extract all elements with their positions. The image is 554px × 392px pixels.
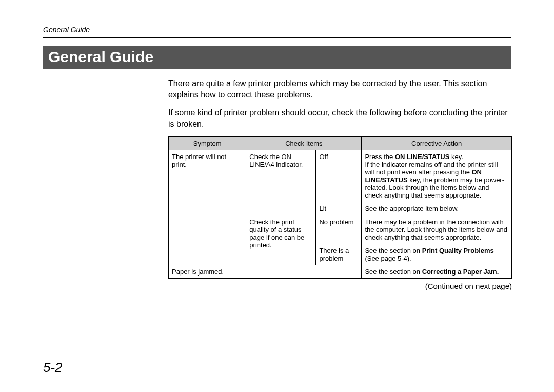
intro-paragraph-2: If some kind of printer problem should o… (168, 107, 511, 129)
table-row: The printer will not print. Check the ON… (169, 150, 512, 202)
page-number: 5-2 (43, 360, 63, 376)
bold-text: Print Quality Problems (422, 247, 494, 254)
cell-symptom: Paper is jammed. (169, 265, 246, 279)
header-rule (43, 37, 511, 38)
cell-action: See the section on Print Quality Problem… (362, 244, 512, 265)
th-check-items: Check Items (246, 137, 362, 150)
text: See the section on (365, 247, 422, 254)
cell-state: Lit (316, 202, 362, 215)
table-row: Paper is jammed. See the section on Corr… (169, 265, 512, 279)
text: (See page 5-4). (365, 254, 411, 262)
continued-note: (Continued on next page) (168, 279, 512, 290)
cell-action: There may be a problem in the connection… (362, 215, 512, 244)
page-title: General Guide (43, 46, 511, 69)
cell-state: There is a problem (316, 244, 362, 265)
cell-state: Off (316, 150, 362, 202)
text: Press the (365, 153, 395, 161)
troubleshooting-table: Symptom Check Items Corrective Action Th… (168, 136, 512, 279)
cell-action: Press the ON LINE/STATUS key. If the ind… (362, 150, 512, 202)
cell-action: See the section on Correcting a Paper Ja… (362, 265, 512, 279)
text: See the section on (365, 268, 422, 276)
cell-symptom: The printer will not print. (169, 150, 246, 265)
cell-check: Check the print quality of a status page… (246, 215, 316, 265)
cell-check (246, 265, 362, 279)
cell-state: No problem (316, 215, 362, 244)
running-head: General Guide (43, 26, 511, 34)
bold-text: Correcting a Paper Jam. (422, 268, 499, 276)
th-symptom: Symptom (169, 137, 246, 150)
text: key. (449, 153, 463, 161)
intro-paragraph-1: There are quite a few printer problems w… (168, 78, 511, 100)
cell-action: See the appropriate item below. (362, 202, 512, 215)
table-header-row: Symptom Check Items Corrective Action (169, 137, 512, 150)
th-corrective-action: Corrective Action (362, 137, 512, 150)
cell-check: Check the ON LINE/A4 indicator. (246, 150, 316, 215)
bold-text: ON LINE/STATUS (395, 153, 449, 161)
